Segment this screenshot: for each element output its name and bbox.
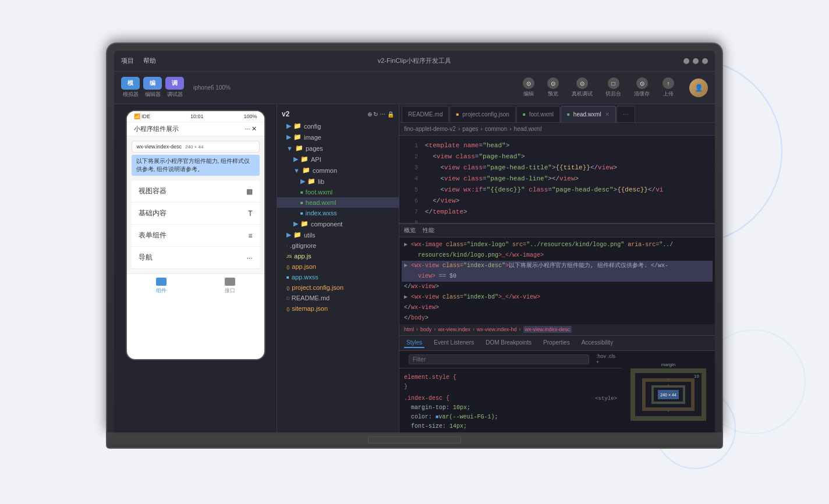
menu-item-view-container[interactable]: 视图容器 ▦ <box>132 180 260 203</box>
file-label: index.wxss <box>306 210 337 216</box>
html-line-1: ► <wx-image class="index-logo" src="../r… <box>402 240 713 250</box>
styles-tab-dom-breakpoints[interactable]: DOM Breakpoints <box>483 338 534 348</box>
box-border-label: - <box>668 376 669 381</box>
close-button[interactable] <box>702 58 708 64</box>
folder-indicator: 📁 <box>293 231 302 239</box>
tab-more-icon: ⋯ <box>623 111 629 118</box>
action-preview[interactable]: ⊙ 预览 <box>541 75 565 100</box>
tree-item-sitemap[interactable]: {} sitemap.json <box>277 303 399 314</box>
maximize-button[interactable] <box>693 58 699 64</box>
folder-icon: ▶ <box>286 133 291 141</box>
file-label: .gitignore <box>290 242 316 249</box>
elem-body: body <box>420 326 432 332</box>
code-line-3: 3 <view class="page-head-title">{{title}… <box>399 162 715 173</box>
menu-project[interactable]: 项目 <box>121 56 134 65</box>
tab-project-config[interactable]: ■ project.config.json <box>449 106 515 122</box>
edit-icon: ⊙ <box>523 77 534 89</box>
phone-more-icon[interactable]: ··· ✕ <box>245 125 257 133</box>
tab-readme[interactable]: README.md <box>402 106 449 122</box>
styles-tab-properties[interactable]: Properties <box>541 338 572 348</box>
tab-foot-wxml[interactable]: ■ foot.wxml <box>516 106 560 122</box>
menu-item-basic-content[interactable]: 基础内容 T <box>132 203 260 225</box>
json-indicator: {} <box>286 285 289 290</box>
file-label: head.wxml <box>306 199 336 206</box>
folder-icon: ▶ <box>286 231 291 239</box>
html-line-6: ▶ <wx-view class="index-bd">_</wx-view> <box>402 292 713 303</box>
folder-label: API <box>311 156 321 163</box>
background-label: 切后台 <box>605 90 621 98</box>
form-label: 表单组件 <box>139 230 166 240</box>
tab-head-wxml-label: head.wxml <box>573 111 601 118</box>
breadcrumb-file: head.wxml <box>514 126 542 132</box>
folder-label: component <box>311 221 342 228</box>
action-clear-cache[interactable]: ⊙ 清缓存 <box>628 75 656 100</box>
minimize-button[interactable] <box>683 58 689 64</box>
styles-tab-styles[interactable]: Styles <box>404 338 424 348</box>
menu-item-nav[interactable]: 导航 ··· <box>132 247 260 269</box>
tree-item-index-wxss[interactable]: ■ index.wxss <box>277 208 399 218</box>
tree-item-api[interactable]: ▶ 📁 API <box>277 154 399 165</box>
nav-label: 导航 <box>139 253 153 262</box>
nav-api[interactable]: 接口 <box>196 278 264 294</box>
tree-item-image[interactable]: ▶ 📁 image <box>277 132 399 143</box>
style-rule-element: element.style { } <box>404 373 617 392</box>
tree-item-foot-wxml[interactable]: ■ foot.wxml <box>277 187 399 197</box>
simulator-button[interactable]: 模 模拟器 <box>121 77 140 98</box>
filter-input[interactable] <box>409 354 589 364</box>
menu-item-form[interactable]: 表单组件 ≡ <box>132 225 260 247</box>
action-background[interactable]: □ 切后台 <box>600 75 627 100</box>
action-edit[interactable]: ⊙ 编辑 <box>517 75 540 100</box>
styles-and-box: :hov .cls + element.style { } <box>399 351 715 433</box>
breadcrumb-sep2: › <box>481 126 483 132</box>
title-bar: 项目 帮助 v2-FinClip小程序开发工具 <box>114 51 715 72</box>
styles-tab-accessibility[interactable]: Accessibility <box>579 338 615 348</box>
nav-component[interactable]: 组件 <box>127 278 196 294</box>
laptop: 项目 帮助 v2-FinClip小程序开发工具 模 <box>106 42 723 462</box>
tree-item-gitignore[interactable]: · .gitignore <box>277 240 399 251</box>
devtools-tab-elements[interactable]: 概览 <box>404 226 416 235</box>
wxml-tab-icon: ■ <box>523 112 526 117</box>
action-real-debug[interactable]: ⊙ 真机调试 <box>566 75 598 100</box>
code-line-6: 6 </view> <box>399 196 715 207</box>
editor-button[interactable]: 编 编辑器 <box>143 77 162 98</box>
code-area[interactable]: 1 <template name="head"> 2 <view class="… <box>399 136 715 223</box>
folder-label: common <box>313 167 337 174</box>
tab-head-wxml[interactable]: ■ head.wxml ✕ <box>561 106 616 122</box>
tree-item-app-wxss[interactable]: ■ app.wxss <box>277 272 399 282</box>
user-avatar[interactable]: 👤 <box>689 79 708 97</box>
device-info: iphone6 100% <box>193 84 231 91</box>
tree-item-config[interactable]: ▶ 📁 config <box>277 120 399 132</box>
filter-row: :hov .cls + <box>399 351 622 368</box>
styles-tab-events[interactable]: Event Listeners <box>431 338 476 348</box>
component-nav-icon <box>156 278 166 286</box>
action-upload[interactable]: ↑ 上传 <box>657 75 680 100</box>
tree-item-app-js[interactable]: JS app.js <box>277 251 399 261</box>
html-view[interactable]: ► <wx-image class="index-logo" src="../r… <box>399 237 715 324</box>
json-indicator: {} <box>286 264 289 269</box>
tree-item-head-wxml[interactable]: ■ head.wxml <box>277 197 399 208</box>
trackpad <box>368 436 461 443</box>
html-line-7: </wx-view> <box>402 303 713 313</box>
tree-item-project-config[interactable]: {} project.config.json <box>277 282 399 293</box>
file-tree-header: v2 ⊕ ↻ ⋯ 🔒 <box>277 108 399 120</box>
tree-item-readme[interactable]: □ README.md <box>277 293 399 303</box>
menu-help[interactable]: 帮助 <box>143 56 156 65</box>
tab-more[interactable]: ⋯ <box>617 106 635 122</box>
tree-item-app-json[interactable]: {} app.json <box>277 261 399 272</box>
tree-item-utils[interactable]: ▶ 📁 utils <box>277 229 399 240</box>
devtools-tab-console[interactable]: 性能 <box>423 226 434 235</box>
tab-close-icon[interactable]: ✕ <box>605 111 610 118</box>
tab-foot-wxml-label: foot.wxml <box>529 111 554 118</box>
debug-button[interactable]: 调 调试器 <box>165 77 184 98</box>
tree-item-common[interactable]: ▼ 📁 common <box>277 165 399 176</box>
pseudo-filter[interactable]: :hov .cls + <box>596 353 617 365</box>
tree-item-pages[interactable]: ▼ 📁 pages <box>277 143 399 154</box>
editor-label: 编辑器 <box>145 91 161 98</box>
html-line-8: </body> <box>402 313 713 324</box>
laptop-base <box>106 432 723 449</box>
box-model-container: margin 10 - - <box>630 362 706 421</box>
tree-item-lib[interactable]: ▶ 📁 lib <box>277 176 399 187</box>
tree-item-component[interactable]: ▶ 📁 component <box>277 218 399 229</box>
html-line-2: resources/kind/logo.png>_</wx-image> <box>402 250 713 261</box>
menu-bar: 项目 帮助 <box>121 56 156 65</box>
